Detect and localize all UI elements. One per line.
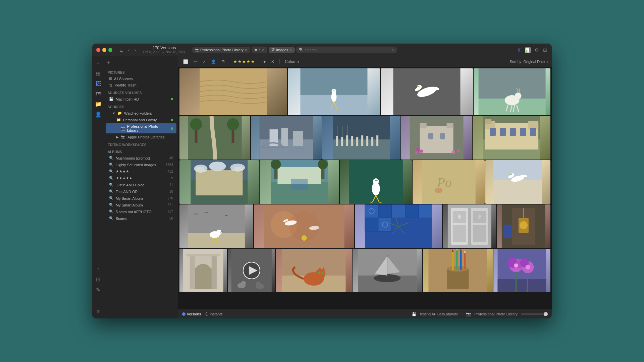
close-button[interactable] — [96, 48, 100, 52]
zoom-thumb[interactable] — [544, 312, 548, 316]
photo-cell[interactable] — [423, 249, 493, 292]
photo-cell[interactable] — [254, 204, 354, 248]
tab-stars[interactable]: ★ 4 ✕ — [252, 47, 267, 53]
crop-tool-btn[interactable]: ⬜ — [181, 59, 190, 65]
colors-btn[interactable]: Colors ▾ — [283, 59, 301, 65]
sidebar-item-apple-photos[interactable]: ▶ 📷 Apple Photos Libraries — [106, 134, 176, 140]
filter-btn[interactable]: ⧖ — [517, 46, 522, 53]
sidebar-item-mushrooms[interactable]: 🔍 Mushrooms (prompt) 48 — [106, 155, 176, 161]
minimize-button[interactable] — [102, 48, 106, 52]
toolbar: ⬜ ✏ ↗ 👤 ⊞ ★ ★ ★ ★ ★ ♥ ✕ Colors — [178, 56, 552, 67]
sidebar-item-5stars-not-af[interactable]: 🔍 5 stars not AFPHOTO 817 — [106, 208, 176, 215]
photo-svg: Po — [413, 160, 485, 204]
heart-btn[interactable]: ♥ — [262, 59, 267, 65]
search-input[interactable] — [305, 48, 390, 52]
photo-cell[interactable] — [381, 68, 473, 115]
photo-cell[interactable] — [322, 116, 400, 160]
svg-point-188 — [514, 263, 518, 267]
versions-radio — [182, 312, 185, 316]
svg-rect-14 — [478, 68, 545, 99]
sidebar-item-personal-family[interactable]: 📁 Personal and Family — [106, 117, 176, 123]
sidebar-item-test-and-or[interactable]: 🔍 Test AND OR 10 — [106, 188, 176, 195]
versions-tab[interactable]: Versions — [182, 312, 201, 316]
menu-btn[interactable]: ≡ — [95, 307, 101, 316]
sidebar-item-5stars[interactable]: 🔍 ★★★★★ 9 — [106, 175, 176, 181]
photo-cell[interactable] — [493, 249, 550, 292]
svg-rect-65 — [510, 128, 516, 136]
photo-cell[interactable] — [497, 204, 550, 248]
photo-cell[interactable] — [179, 204, 253, 248]
expand-btn[interactable]: ⊞ — [542, 47, 548, 53]
sort-by-label: Sort by — [509, 60, 521, 64]
maximize-button[interactable] — [108, 48, 112, 52]
watched-folders-label: Watched Folders — [124, 111, 173, 115]
photo-cell[interactable] — [276, 249, 352, 292]
photo-cell[interactable] — [443, 204, 496, 248]
tab-professional-library[interactable]: 📷 Professional Photo Library ✕ — [192, 47, 250, 53]
sidebar-item-justin-chloe[interactable]: 🔍 Justin AND Chloe 41 — [106, 182, 176, 188]
add-icon-btn[interactable]: + — [95, 59, 101, 68]
sidebar-item-macintosh-hd[interactable]: 💾 Macintosh HD — [106, 96, 176, 102]
photo-cell[interactable] — [473, 116, 550, 160]
tab-close-icon[interactable]: ✕ — [262, 48, 265, 52]
sidebar-item-pro-library[interactable]: 📷 Professional Photo Library — [106, 123, 176, 133]
person-tool-btn[interactable]: 👤 — [209, 59, 218, 65]
sidebar-toggle-btn[interactable]: ⊏ — [118, 47, 125, 53]
photo-view-btn[interactable]: 🖼 — [94, 79, 102, 88]
chart-btn[interactable]: 📊 — [524, 47, 531, 53]
photo-cell[interactable] — [251, 116, 322, 160]
sidebar-item-highly-saturated[interactable]: 🔍 Highly Saturated Images 3684 — [106, 162, 176, 168]
tab-images[interactable]: 🖼 Images ✕ — [269, 47, 295, 53]
photo-grid-area[interactable]: Po — [178, 67, 552, 309]
sidebar-add-btn[interactable]: + — [107, 59, 111, 66]
photo-cell[interactable] — [228, 249, 275, 292]
photo-cell[interactable] — [179, 68, 287, 115]
zoom-slider[interactable] — [521, 313, 548, 315]
sidebar-item-smart-album1[interactable]: 🔍 My Smart Album 270 — [106, 195, 176, 201]
draw-tool-btn[interactable]: ✏ — [192, 59, 199, 65]
sidebar-item-all-sources[interactable]: ⊞ All Sources — [106, 75, 176, 82]
photo-cell[interactable] — [353, 249, 422, 292]
photo-cell[interactable] — [474, 68, 550, 115]
tab-close-icon[interactable]: ✕ — [245, 48, 248, 52]
settings-btn[interactable]: ⚙ — [534, 47, 540, 53]
svg-rect-124 — [378, 218, 392, 231]
sidebar-item-smart-album2[interactable]: 🔍 My Smart Album 521 — [106, 202, 176, 208]
svg-point-116 — [301, 235, 307, 241]
app-window: ⊏ ‹ › 170 Versions Oct 8, 2008 → Nov 16,… — [92, 44, 552, 318]
sidebar-item-4stars[interactable]: 🔍 ★★★★ 412 — [106, 168, 176, 175]
apple-photos-label: Apple Photos Libraries — [127, 135, 173, 139]
sidebar-item-watched-folders[interactable]: ▼ 📁 Watched Folders — [106, 110, 176, 116]
folder-btn[interactable]: 📁 — [94, 100, 103, 109]
face-btn[interactable]: 👤 — [94, 110, 103, 119]
back-btn[interactable]: ‹ — [126, 47, 131, 53]
arrow-tool-btn[interactable]: ↗ — [201, 59, 207, 65]
grid-tool-btn[interactable]: ⊞ — [220, 59, 226, 65]
photo-cell[interactable] — [179, 160, 259, 204]
photo-cell[interactable] — [401, 116, 472, 160]
photo-cell[interactable] — [485, 160, 550, 204]
sidebar-item-trash[interactable]: 🗑 Peakto Trash — [106, 82, 176, 88]
edit-btn[interactable]: ✎ — [95, 285, 102, 294]
photo-cell[interactable]: Po — [413, 160, 485, 204]
photo-cell[interactable] — [179, 116, 250, 160]
photo-cell[interactable] — [179, 249, 227, 292]
photo-svg — [179, 160, 259, 204]
share-btn[interactable]: ↑ — [96, 265, 101, 274]
5notaf-count: 817 — [167, 210, 173, 214]
expand-arrow2: ▶ — [116, 135, 119, 139]
photo-cell[interactable] — [340, 160, 412, 204]
forward-btn[interactable]: › — [133, 47, 138, 53]
photo-cell[interactable] — [260, 160, 339, 204]
photo-cell[interactable] — [355, 204, 442, 248]
crop-btn[interactable]: ⊡ — [95, 275, 102, 284]
sidebar-item-scores[interactable]: 🔍 Scores 68 — [106, 215, 176, 222]
clear-search-icon[interactable]: ✕ — [391, 48, 394, 52]
instants-tab[interactable]: Instants — [205, 312, 223, 316]
reject-btn[interactable]: ✕ — [269, 59, 276, 65]
map-btn[interactable]: 🗺 — [94, 89, 102, 98]
albums-section: Albums 🔍 Mushrooms (prompt) 48 🔍 Highly … — [104, 148, 178, 223]
grid-view-btn[interactable]: ⊞ — [95, 69, 102, 78]
photo-cell[interactable] — [288, 68, 380, 115]
tab-close-icon[interactable]: ✕ — [289, 48, 292, 52]
